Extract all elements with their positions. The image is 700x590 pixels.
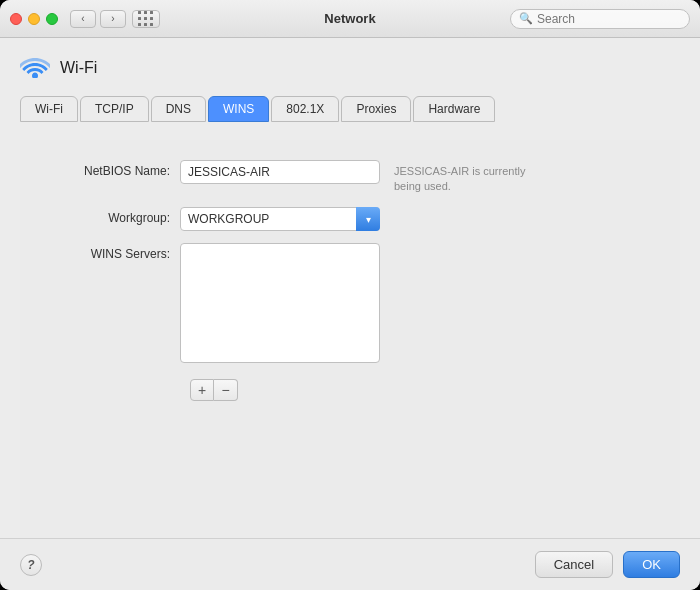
network-window: ‹ › Network 🔍 [0,0,700,590]
help-button[interactable]: ? [20,554,42,576]
nav-buttons: ‹ › [70,10,126,28]
wifi-header: Wi-Fi [20,54,680,82]
workgroup-input[interactable] [180,207,380,231]
back-button[interactable]: ‹ [70,10,96,28]
bottom-bar: ? Cancel OK [0,538,700,590]
search-box[interactable]: 🔍 [510,9,690,29]
svg-point-0 [33,73,38,78]
apps-grid-icon [138,11,154,27]
netbios-label: NetBIOS Name: [50,160,180,178]
tab-hardware[interactable]: Hardware [413,96,495,122]
form-area: NetBIOS Name: JESSICAS-AIR is currently … [20,140,680,538]
window-title: Network [324,11,375,26]
netbios-input[interactable] [180,160,380,184]
maximize-button[interactable] [46,13,58,25]
remove-server-button[interactable]: − [214,379,238,401]
add-remove-row: + − [190,379,650,401]
minimize-button[interactable] [28,13,40,25]
tab-dns[interactable]: DNS [151,96,206,122]
tabs-bar: Wi-Fi TCP/IP DNS WINS 802.1X Proxies Har… [20,96,680,122]
forward-button[interactable]: › [100,10,126,28]
apps-button[interactable] [132,10,160,28]
wins-servers-textarea[interactable] [180,243,380,363]
tab-8021x[interactable]: 802.1X [271,96,339,122]
search-input[interactable] [537,12,677,26]
tab-wins[interactable]: WINS [208,96,269,122]
close-button[interactable] [10,13,22,25]
titlebar: ‹ › Network 🔍 [0,0,700,38]
tab-tcpip[interactable]: TCP/IP [80,96,149,122]
traffic-lights [10,13,58,25]
search-icon: 🔍 [519,12,533,25]
workgroup-dropdown[interactable]: ▾ [180,207,380,231]
main-content: Wi-Fi Wi-Fi TCP/IP DNS WINS 802.1X Proxi… [0,38,700,538]
add-server-button[interactable]: + [190,379,214,401]
netbios-hint: JESSICAS-AIR is currently being used. [394,160,554,195]
wins-servers-label: WINS Servers: [50,243,180,261]
workgroup-row: Workgroup: ▾ [50,207,650,231]
cancel-button[interactable]: Cancel [535,551,613,578]
tab-proxies[interactable]: Proxies [341,96,411,122]
wifi-label: Wi-Fi [60,59,97,77]
wins-servers-row: WINS Servers: [50,243,650,363]
tab-wifi[interactable]: Wi-Fi [20,96,78,122]
netbios-row: NetBIOS Name: JESSICAS-AIR is currently … [50,160,650,195]
ok-button[interactable]: OK [623,551,680,578]
wifi-icon [20,54,50,82]
workgroup-label: Workgroup: [50,207,180,225]
